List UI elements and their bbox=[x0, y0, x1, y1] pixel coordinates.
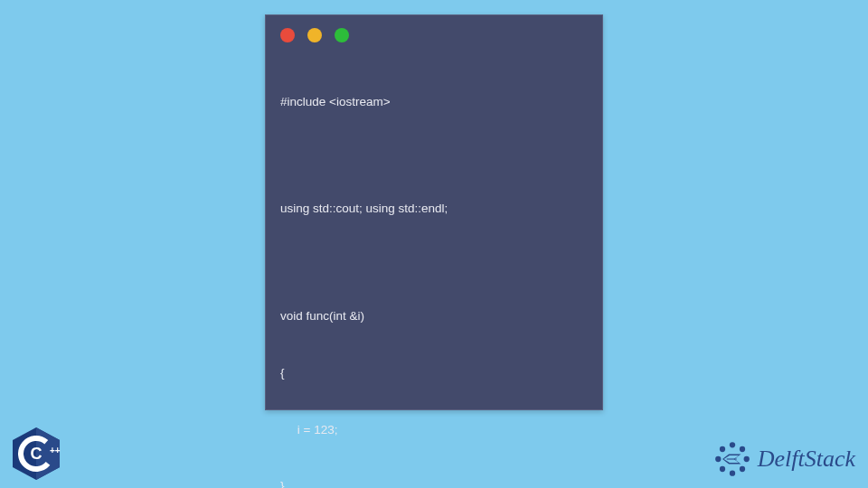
code-blank bbox=[280, 257, 588, 269]
close-icon[interactable] bbox=[280, 28, 295, 42]
svg-point-11 bbox=[715, 456, 721, 462]
code-line: #include <iostream> bbox=[280, 93, 588, 112]
brand-mark-icon bbox=[712, 439, 752, 479]
svg-point-5 bbox=[730, 442, 735, 447]
minimize-icon[interactable] bbox=[307, 28, 322, 42]
svg-point-8 bbox=[740, 466, 745, 472]
svg-point-7 bbox=[743, 456, 749, 462]
window-titlebar bbox=[266, 15, 602, 52]
cpp-badge-icon: C ++ bbox=[7, 425, 65, 483]
svg-text:++: ++ bbox=[50, 446, 61, 455]
svg-point-12 bbox=[720, 446, 725, 452]
maximize-icon[interactable] bbox=[335, 28, 349, 42]
svg-text:C: C bbox=[31, 445, 42, 463]
code-line: i = 123; bbox=[280, 421, 588, 440]
code-line: } bbox=[280, 477, 588, 488]
code-blank bbox=[280, 150, 588, 163]
code-line: using std::cout; using std::endl; bbox=[280, 200, 588, 219]
code-block: #include <iostream> using std::cout; usi… bbox=[266, 52, 602, 488]
code-window: #include <iostream> using std::cout; usi… bbox=[265, 14, 603, 410]
svg-point-9 bbox=[730, 471, 735, 476]
svg-point-10 bbox=[720, 466, 725, 472]
brand-name: DelftStack bbox=[758, 446, 855, 473]
brand-logo: DelftStack bbox=[712, 439, 855, 479]
svg-point-6 bbox=[740, 446, 745, 452]
code-line: { bbox=[280, 364, 588, 383]
code-line: void func(int &i) bbox=[280, 307, 588, 326]
